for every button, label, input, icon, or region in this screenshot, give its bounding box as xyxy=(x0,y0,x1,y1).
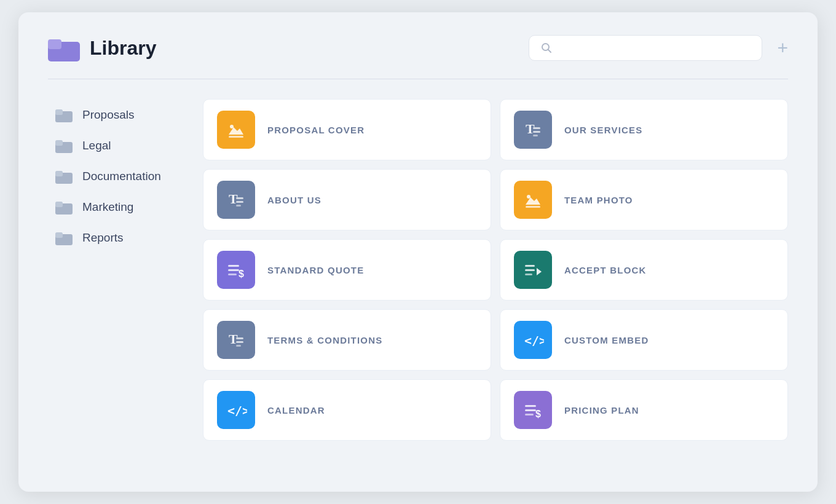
svg-rect-11 xyxy=(55,202,63,207)
card-icon-our-services: T xyxy=(514,111,552,149)
library-folder-icon xyxy=(48,34,80,61)
sidebar-item-reports[interactable]: Reports xyxy=(48,224,183,251)
card-our-services[interactable]: T OUR SERVICES xyxy=(500,99,788,160)
svg-text:$: $ xyxy=(239,269,244,279)
card-label-proposal-cover: PROPOSAL COVER xyxy=(267,125,365,135)
divider xyxy=(48,79,788,79)
card-team-photo[interactable]: TEAM PHOTO xyxy=(500,169,788,230)
svg-rect-15 xyxy=(229,136,243,138)
sidebar-item-label: Marketing xyxy=(82,200,133,214)
card-label-team-photo: TEAM PHOTO xyxy=(564,195,633,205)
svg-point-24 xyxy=(527,195,530,199)
card-label-terms-conditions: TERMS & CONDITIONS xyxy=(267,335,382,345)
card-icon-standard-quote: $ xyxy=(217,251,255,289)
card-pricing-plan[interactable]: $ PRICING PLAN xyxy=(500,379,788,441)
svg-rect-1 xyxy=(48,39,61,49)
search-icon xyxy=(540,42,553,54)
sidebar-item-documentation[interactable]: Documentation xyxy=(48,163,183,190)
card-label-our-services: OUR SERVICES xyxy=(564,125,643,135)
card-custom-embed[interactable]: </> CUSTOM EMBED xyxy=(500,309,788,371)
svg-rect-22 xyxy=(236,201,243,203)
library-window: Library + Proposals Legal xyxy=(18,12,818,492)
svg-rect-28 xyxy=(228,274,237,275)
items-grid: PROPOSAL COVER T OUR SERVICES T xyxy=(203,99,788,441)
svg-line-3 xyxy=(548,50,551,53)
sidebar-item-marketing[interactable]: Marketing xyxy=(48,194,183,221)
card-icon-terms-conditions: T xyxy=(217,321,255,359)
svg-text:</>: </> xyxy=(524,333,544,348)
search-input[interactable] xyxy=(559,42,751,53)
card-standard-quote[interactable]: $ STANDARD QUOTE xyxy=(203,239,491,301)
card-label-pricing-plan: PRICING PLAN xyxy=(564,405,639,415)
svg-text:$: $ xyxy=(535,409,541,419)
svg-rect-5 xyxy=(55,109,63,115)
sidebar-item-label: Legal xyxy=(82,139,111,152)
card-icon-pricing-plan: $ xyxy=(514,391,552,429)
sidebar: Proposals Legal Documentation Marketing xyxy=(48,99,183,441)
card-icon-about-us: T xyxy=(217,181,255,219)
svg-rect-41 xyxy=(525,409,536,411)
add-button[interactable]: + xyxy=(777,39,788,57)
svg-rect-31 xyxy=(525,269,535,271)
svg-rect-32 xyxy=(525,274,532,275)
svg-rect-17 xyxy=(533,127,540,129)
folder-icon xyxy=(55,230,73,245)
folder-icon xyxy=(55,138,73,153)
svg-rect-40 xyxy=(525,405,536,407)
sidebar-item-proposals[interactable]: Proposals xyxy=(48,101,183,128)
search-bar[interactable] xyxy=(529,35,762,61)
svg-rect-36 xyxy=(236,341,243,343)
card-icon-accept-block xyxy=(514,251,552,289)
card-label-about-us: ABOUT US xyxy=(267,195,321,205)
card-terms-conditions[interactable]: T TERMS & CONDITIONS xyxy=(203,309,491,371)
svg-rect-26 xyxy=(228,265,239,267)
card-icon-custom-embed: </> xyxy=(514,321,552,359)
page-title: Library xyxy=(90,37,529,60)
content-area: Proposals Legal Documentation Marketing xyxy=(48,99,788,441)
card-icon-proposal-cover xyxy=(217,111,255,149)
svg-rect-25 xyxy=(526,206,540,208)
card-label-custom-embed: CUSTOM EMBED xyxy=(564,335,649,345)
card-label-standard-quote: STANDARD QUOTE xyxy=(267,265,364,275)
folder-icon xyxy=(55,108,73,122)
folder-icon xyxy=(55,169,73,184)
sidebar-item-label: Proposals xyxy=(82,108,135,122)
card-accept-block[interactable]: ACCEPT BLOCK xyxy=(500,239,788,301)
sidebar-item-label: Reports xyxy=(82,231,124,245)
svg-rect-13 xyxy=(55,232,63,238)
sidebar-item-label: Documentation xyxy=(82,170,161,183)
svg-point-14 xyxy=(230,125,234,128)
svg-rect-18 xyxy=(533,131,540,133)
svg-rect-27 xyxy=(228,269,239,271)
svg-rect-19 xyxy=(533,135,538,136)
svg-rect-9 xyxy=(55,171,63,176)
header: Library + xyxy=(48,34,788,61)
svg-rect-7 xyxy=(55,140,63,146)
svg-rect-42 xyxy=(525,414,534,415)
card-about-us[interactable]: T ABOUT US xyxy=(203,169,491,230)
card-icon-calendar: </> xyxy=(217,391,255,429)
svg-rect-35 xyxy=(236,337,243,339)
sidebar-item-legal[interactable]: Legal xyxy=(48,132,183,159)
card-proposal-cover[interactable]: PROPOSAL COVER xyxy=(203,99,491,160)
svg-text:</>: </> xyxy=(227,403,247,418)
svg-rect-30 xyxy=(525,265,535,267)
card-label-calendar: CALENDAR xyxy=(267,405,325,415)
svg-rect-21 xyxy=(236,197,243,199)
card-calendar[interactable]: </> CALENDAR xyxy=(203,379,491,441)
svg-marker-33 xyxy=(537,268,542,275)
folder-icon xyxy=(55,200,73,215)
svg-rect-37 xyxy=(236,345,241,347)
card-label-accept-block: ACCEPT BLOCK xyxy=(564,265,647,275)
svg-rect-23 xyxy=(236,205,241,207)
card-icon-team-photo xyxy=(514,181,552,219)
